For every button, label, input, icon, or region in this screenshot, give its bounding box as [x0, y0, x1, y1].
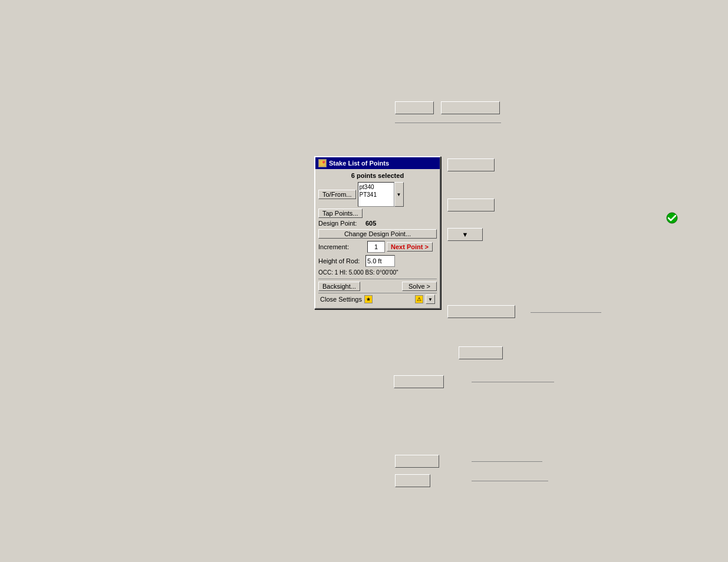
bg-line-2: [531, 312, 601, 313]
bottom-buttons-row: Backsight... Solve >: [318, 282, 437, 291]
dropdown-value-2: PT341: [359, 191, 393, 199]
stake-list-dialog: 📍 Stake List of Points 6 points selected…: [314, 156, 441, 309]
close-settings-bar: Close Settings ★ ⚠ ▼: [318, 293, 437, 305]
design-point-label: Design Point:: [318, 220, 365, 227]
bg-button-9[interactable]: [395, 474, 430, 487]
height-of-rod-row: Height of Rod:: [318, 255, 437, 267]
bg-dropdown-arrow[interactable]: ▼: [447, 228, 483, 241]
dropdown-value-1: pt340: [359, 183, 393, 191]
bg-button-3[interactable]: [447, 158, 495, 171]
dialog-icon: 📍: [318, 159, 327, 167]
bg-button-8[interactable]: [395, 455, 439, 468]
bg-button-1[interactable]: [395, 101, 434, 114]
chevron-down-icon: ▼: [462, 231, 469, 238]
green-check-icon: [666, 212, 678, 224]
increment-input[interactable]: [367, 241, 385, 253]
bg-line-5: [472, 481, 548, 481]
points-selected-label: 6 points selected: [318, 172, 437, 179]
change-design-point-button[interactable]: Change Design Point...: [318, 229, 437, 239]
dialog-titlebar[interactable]: 📍 Stake List of Points: [315, 157, 440, 169]
solve-button[interactable]: Solve >: [402, 282, 437, 291]
dialog-body: 6 points selected To/From... pt340 PT341…: [315, 169, 440, 308]
tap-points-button[interactable]: Tap Points...: [318, 209, 363, 218]
occ-text: OCC: 1 HI: 5.000 BS: 0°00'00": [318, 269, 437, 276]
increment-row: Increment: Next Point >: [318, 241, 437, 253]
bg-button-4[interactable]: [447, 199, 495, 211]
bg-button-6[interactable]: [459, 346, 503, 359]
svg-text:📍: 📍: [321, 160, 326, 166]
design-point-row: Design Point: 605: [318, 220, 437, 227]
divider: [318, 279, 437, 279]
to-from-button[interactable]: To/From...: [318, 190, 356, 199]
height-of-rod-input[interactable]: [365, 255, 395, 267]
bg-button-7[interactable]: [394, 375, 444, 388]
dialog-title: Stake List of Points: [329, 160, 389, 167]
warning-icon: ⚠: [415, 295, 423, 303]
bg-line-3: [472, 382, 554, 382]
bg-button-5[interactable]: [447, 305, 515, 318]
bg-line-4: [472, 461, 542, 462]
next-point-button[interactable]: Next Point >: [387, 242, 433, 252]
settings-dropdown-arrow[interactable]: ▼: [426, 295, 435, 304]
bg-line-1: [395, 123, 501, 123]
star-icon[interactable]: ★: [364, 295, 373, 303]
close-settings-label: Close Settings: [320, 296, 362, 303]
design-point-value: 605: [365, 220, 376, 227]
backsight-button[interactable]: Backsight...: [318, 282, 360, 291]
bg-button-2[interactable]: [441, 101, 500, 114]
to-from-row: To/From... pt340 PT341 ▼: [318, 182, 437, 207]
change-design-point-row: Change Design Point...: [318, 229, 437, 239]
height-of-rod-label: Height of Rod:: [318, 257, 365, 265]
dropdown-arrow-button[interactable]: ▼: [394, 182, 404, 207]
tap-points-row: Tap Points...: [318, 209, 437, 218]
points-dropdown-box[interactable]: pt340 PT341: [358, 182, 394, 207]
increment-label: Increment:: [318, 243, 365, 250]
